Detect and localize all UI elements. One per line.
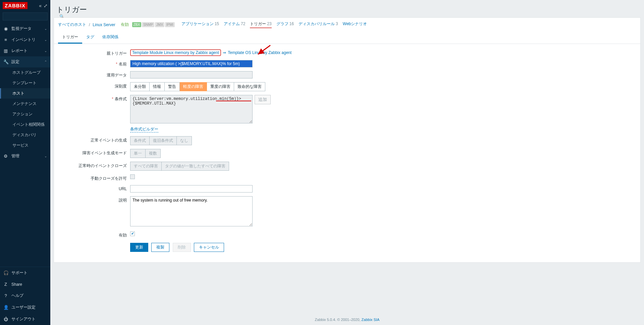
nav-admin[interactable]: ⚙管理 ⌄ xyxy=(0,151,50,162)
content-card: すべてのホスト / Linux Server 有効 ZBX SNMP JMX I… xyxy=(54,17,641,263)
trigger-form: 親トリガー Template Module Linux memory by Za… xyxy=(54,44,640,262)
chevron-down-icon: ⌄ xyxy=(44,49,47,53)
label-manual-close: 手動クローズを許可 xyxy=(58,174,130,181)
severity-average[interactable]: 軽度の障害 xyxy=(180,82,207,91)
parent-trigger-1-link[interactable]: Template Module Linux memory by Zabbix a… xyxy=(132,50,219,55)
subnav-eventcorrelation[interactable]: イベント相関関係 xyxy=(0,119,50,130)
parent-trigger-1-highlight: Template Module Linux memory by Zabbix a… xyxy=(130,49,221,56)
host-enabled-label: 有効 xyxy=(121,22,129,28)
button-row: 更新 複製 削除 キャンセル xyxy=(58,243,636,252)
nav-monitoring[interactable]: ◉監視データ ⌄ xyxy=(0,23,50,34)
footer: Zabbix 5.0.4. © 2001–2020, Zabbix SIA xyxy=(50,314,644,325)
breadcrumb-allhosts[interactable]: すべてのホスト xyxy=(58,22,86,28)
user-icon: 👤 xyxy=(3,305,8,310)
main: トリガー すべてのホスト / Linux Server 有効 ZBX SNMP … xyxy=(50,0,644,325)
bottom-support[interactable]: 🎧サポート xyxy=(0,267,50,279)
ok-close-tag: タグの値が一致したすべての障害 xyxy=(162,162,229,171)
interface-badges: ZBX SNMP JMX IPMI xyxy=(132,22,175,27)
gear-icon: ⚙ xyxy=(3,154,8,159)
manual-close-checkbox[interactable] xyxy=(130,174,135,179)
tab-trigger[interactable]: トリガー xyxy=(58,32,82,44)
link-items[interactable]: アイテム72 xyxy=(224,21,245,28)
chevron-up-icon: ⌃ xyxy=(44,60,47,64)
cancel-button[interactable]: キャンセル xyxy=(194,243,224,252)
subnav-hostgroups[interactable]: ホストグループ xyxy=(0,67,50,78)
footer-link[interactable]: Zabbix SIA xyxy=(362,318,380,322)
subnav-discovery[interactable]: ディスカバリ xyxy=(0,130,50,140)
bottom-nav: 🎧サポート ZShare ?ヘルプ 👤ユーザー設定 ⏻サインアウト xyxy=(0,267,50,325)
bottom-usersettings[interactable]: 👤ユーザー設定 xyxy=(0,302,50,313)
ok-event-expression: 条件式 xyxy=(130,136,150,145)
bottom-share[interactable]: ZShare xyxy=(0,279,50,290)
clone-button[interactable]: 複製 xyxy=(151,243,169,252)
severity-disaster[interactable]: 致命的な障害 xyxy=(234,82,265,91)
subnav-services[interactable]: サービス xyxy=(0,140,50,151)
collapse-sidebar-icon[interactable]: « xyxy=(39,3,42,8)
expression-builder-link[interactable]: 条件式ビルダー xyxy=(130,126,158,132)
main-nav: ◉監視データ ⌄ ≡インベントリ ⌄ ▥レポート ⌄ 🔧設定 ⌃ ホストグループ… xyxy=(0,23,50,267)
host-links: アプリケーション15 アイテム72 トリガー23 グラフ16 ディスカバリルール… xyxy=(181,21,368,28)
label-parent-triggers: 親トリガー xyxy=(58,49,130,56)
label-ok-event-gen: 正常イベントの生成 xyxy=(58,136,130,143)
ok-close-all: すべての障害 xyxy=(130,162,162,171)
footer-text: Zabbix 5.0.4. © 2001–2020, xyxy=(315,318,362,322)
nav-reports-label: レポート xyxy=(11,48,28,54)
nav-config-label: 設定 xyxy=(11,59,19,65)
tab-deps[interactable]: 依存関係 xyxy=(98,32,122,44)
breadcrumb-host[interactable]: Linux Server xyxy=(93,22,115,27)
chart-icon: ▥ xyxy=(3,48,8,53)
link-applications[interactable]: アプリケーション15 xyxy=(181,21,219,28)
description-textarea[interactable]: The system is running out of free memory… xyxy=(130,196,253,226)
tab-tags[interactable]: タグ xyxy=(82,32,98,44)
bottom-signout[interactable]: ⏻サインアウト xyxy=(0,313,50,325)
row-description: 説明 The system is running out of free mem… xyxy=(58,196,636,227)
list-icon: ≡ xyxy=(3,37,8,42)
bottom-support-label: サポート xyxy=(11,270,28,276)
link-web[interactable]: Webシナリオ xyxy=(343,21,368,28)
subnav-actions[interactable]: アクション xyxy=(0,109,50,119)
opdata-input[interactable] xyxy=(130,71,253,78)
update-button[interactable]: 更新 xyxy=(130,243,148,252)
link-graphs[interactable]: グラフ16 xyxy=(276,21,294,28)
global-search[interactable]: 🔍 xyxy=(3,12,48,20)
problem-mode-single: 単一 xyxy=(130,149,146,158)
enabled-checkbox[interactable] xyxy=(130,231,135,236)
row-manual-close: 手動クローズを許可 xyxy=(58,174,636,181)
label-opdata: 運用データ xyxy=(58,71,130,78)
bottom-help[interactable]: ?ヘルプ xyxy=(0,290,50,302)
nav-inventory-label: インベントリ xyxy=(11,37,36,43)
severity-high[interactable]: 重度の障害 xyxy=(207,82,234,91)
page-title: トリガー xyxy=(50,0,644,17)
form-tabs: トリガー タグ 依存関係 xyxy=(54,32,640,44)
label-enabled: 有効 xyxy=(58,231,130,238)
annotation-underline xyxy=(216,101,251,101)
bottom-share-label: Share xyxy=(11,282,22,287)
subnav-templates[interactable]: テンプレート xyxy=(0,78,50,88)
url-input[interactable] xyxy=(130,185,253,193)
bottom-usersettings-label: ユーザー設定 xyxy=(11,305,36,310)
eye-icon: ◉ xyxy=(3,26,8,31)
nav-config[interactable]: 🔧設定 ⌃ xyxy=(0,56,50,67)
name-input[interactable] xyxy=(130,60,253,67)
severity-information[interactable]: 情報 xyxy=(150,82,165,91)
logo[interactable]: ZABBIX xyxy=(3,2,28,9)
label-problem-mode: 障害イベント生成モード xyxy=(58,149,130,156)
help-icon: ? xyxy=(3,293,8,298)
expand-window-icon[interactable]: ⤢ xyxy=(44,3,48,8)
expression-textarea[interactable]: {Linux Server:vm.memory.utilization.min(… xyxy=(130,95,253,123)
search-input[interactable] xyxy=(3,13,57,20)
nav-inventory[interactable]: ≡インベントリ ⌄ xyxy=(0,34,50,45)
link-triggers[interactable]: トリガー23 xyxy=(250,21,271,28)
problem-mode-multiple: 複数 xyxy=(146,149,161,158)
breadcrumb-sep: / xyxy=(88,22,91,27)
row-url: URL xyxy=(58,185,636,193)
severity-warning[interactable]: 警告 xyxy=(165,82,180,91)
sidebar: ZABBIX « ⤢ 🔍 ◉監視データ ⌄ ≡インベントリ ⌄ ▥レポート ⌄ xyxy=(0,0,50,325)
severity-not-classified[interactable]: 未分類 xyxy=(130,82,150,91)
subnav-hosts[interactable]: ホスト xyxy=(0,88,50,99)
bottom-help-label: ヘルプ xyxy=(11,293,23,299)
subnav-maintenance[interactable]: メンテナンス xyxy=(0,99,50,109)
link-discovery[interactable]: ディスカバリルール3 xyxy=(299,21,338,28)
parent-trigger-2-link[interactable]: Template OS Linux by Zabbix agent xyxy=(228,50,291,55)
nav-reports[interactable]: ▥レポート ⌄ xyxy=(0,45,50,56)
